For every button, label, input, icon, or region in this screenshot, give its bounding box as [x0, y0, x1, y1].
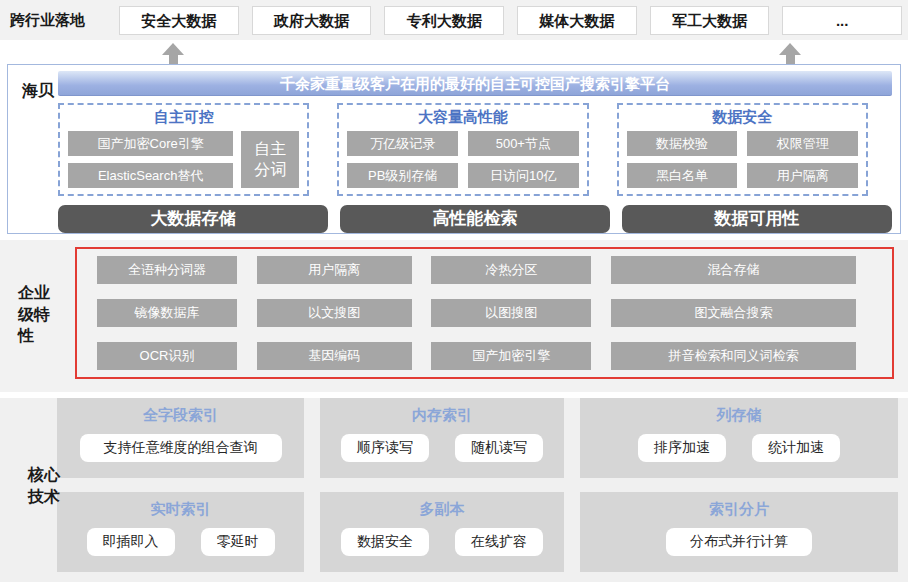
card-pill: 数据安全	[341, 528, 429, 556]
industry-box-more: ...	[782, 6, 902, 35]
card-title: 索引分片	[580, 500, 898, 519]
core-card-index-sharding: 索引分片 分布式并行计算	[580, 492, 898, 572]
card-title: 实时索引	[57, 500, 304, 519]
feature-button: 用户隔离	[257, 256, 412, 284]
haibei-section: 海贝 千余家重量级客户在用的最好的自主可控国产搜索引擎平台 自主可控 国产加密C…	[7, 64, 901, 234]
core-card-memory-index: 内存索引 顺序读写 随机读写	[320, 398, 564, 478]
card-pill: 统计加速	[752, 434, 840, 462]
group-capacity-performance: 大容量高性能 万亿级记录 500+节点 PB级别存储 日访问10亿	[337, 103, 588, 196]
group-data-security: 数据安全 数据校验 权限管理 黑白名单 用户隔离	[617, 103, 868, 196]
card-pill: 排序加速	[638, 434, 726, 462]
group-title: 数据安全	[627, 108, 858, 127]
capability-groups: 自主可控 国产加密Core引擎 ElasticSearch替代 自主分词 大容量…	[58, 103, 868, 196]
group-item: 用户隔离	[747, 163, 858, 188]
card-pill: 即插即入	[87, 528, 175, 556]
card-pill: 随机读写	[455, 434, 543, 462]
feature-button: 冷热分区	[431, 256, 591, 284]
card-pill: 分布式并行计算	[666, 528, 812, 556]
feature-button: 镜像数据库	[97, 299, 237, 327]
enterprise-red-box: 全语种分词器 用户隔离 冷热分区 混合存储 镜像数据库 以文搜图 以图搜图 图文…	[75, 247, 894, 379]
industry-box-military: 军工大数据	[650, 6, 770, 35]
card-pill: 顺序读写	[341, 434, 429, 462]
card-pill: 支持任意维度的组合查询	[80, 434, 282, 462]
group-item: 国产加密Core引擎	[68, 131, 233, 156]
card-title: 列存储	[580, 406, 898, 425]
card-pill: 零延时	[201, 528, 275, 556]
core-tech-section: 核心技术 全字段索引 支持任意维度的组合查询 内存索引 顺序读写 随机读写 列存…	[0, 398, 908, 582]
platform-banner: 千余家重量级客户在用的最好的自主可控国产搜索引擎平台	[58, 71, 892, 96]
core-card-multi-replica: 多副本 数据安全 在线扩容	[320, 492, 564, 572]
group-title: 大容量高性能	[347, 108, 578, 127]
group-item: 数据校验	[627, 131, 738, 156]
card-pill: 在线扩容	[455, 528, 543, 556]
bar-high-performance-search: 高性能检索	[340, 205, 610, 233]
enterprise-row: 镜像数据库 以文搜图 以图搜图 图文融合搜索	[97, 299, 856, 327]
capability-bars: 大数据存储 高性能检索 数据可用性	[58, 205, 892, 233]
core-cards: 全字段索引 支持任意维度的组合查询 内存索引 顺序读写 随机读写 列存储 排序加…	[57, 398, 908, 572]
core-card-full-field-index: 全字段索引 支持任意维度的组合查询	[57, 398, 304, 478]
feature-button: 以图搜图	[431, 299, 591, 327]
group-item: 万亿级记录	[347, 131, 458, 156]
haibei-label: 海贝	[22, 81, 54, 102]
group-item: 500+节点	[468, 131, 579, 156]
enterprise-section: 企业级特性 全语种分词器 用户隔离 冷热分区 混合存储 镜像数据库 以文搜图 以…	[0, 240, 908, 392]
group-autonomy: 自主可控 国产加密Core引擎 ElasticSearch替代 自主分词	[58, 103, 309, 196]
bar-big-data-storage: 大数据存储	[58, 205, 328, 233]
core-card-column-store: 列存储 排序加速 统计加速	[580, 398, 898, 478]
enterprise-label: 企业级特性	[18, 282, 53, 347]
group-item: 黑白名单	[627, 163, 738, 188]
up-arrow-icon	[162, 43, 184, 64]
industry-box-government: 政府大数据	[252, 6, 372, 35]
group-item: 权限管理	[747, 131, 858, 156]
arrow-gap	[0, 40, 908, 64]
haibei-content: 千余家重量级客户在用的最好的自主可控国产搜索引擎平台 自主可控 国产加密Core…	[58, 71, 892, 233]
group-item: PB级别存储	[347, 163, 458, 188]
industry-box-media: 媒体大数据	[517, 6, 637, 35]
feature-button: 图文融合搜索	[611, 299, 856, 327]
bar-data-availability: 数据可用性	[622, 205, 892, 233]
card-title: 内存索引	[320, 406, 564, 425]
group-title: 自主可控	[68, 108, 299, 127]
feature-button: OCR识别	[97, 342, 237, 370]
feature-button: 混合存储	[611, 256, 856, 284]
group-side-box: 自主分词	[241, 131, 299, 188]
group-item: ElasticSearch替代	[68, 163, 233, 188]
feature-button: 拼音检索和同义词检索	[611, 342, 856, 370]
industry-box-patent: 专利大数据	[384, 6, 504, 35]
feature-button: 基因编码	[257, 342, 412, 370]
industries-label: 跨行业落地	[6, 11, 106, 30]
up-arrow-icon	[779, 43, 801, 64]
card-title: 全字段索引	[57, 406, 304, 425]
card-title: 多副本	[320, 500, 564, 519]
group-item: 日访问10亿	[468, 163, 579, 188]
industries-row: 跨行业落地 安全大数据 政府大数据 专利大数据 媒体大数据 军工大数据 ...	[0, 0, 908, 40]
core-tech-label: 核心技术	[28, 464, 63, 507]
feature-button: 以文搜图	[257, 299, 412, 327]
feature-button: 国产加密引擎	[431, 342, 591, 370]
industry-box-security: 安全大数据	[119, 6, 239, 35]
core-card-realtime-index: 实时索引 即插即入 零延时	[57, 492, 304, 572]
feature-button: 全语种分词器	[97, 256, 237, 284]
enterprise-row: 全语种分词器 用户隔离 冷热分区 混合存储	[97, 256, 856, 284]
enterprise-row: OCR识别 基因编码 国产加密引擎 拼音检索和同义词检索	[97, 342, 856, 370]
